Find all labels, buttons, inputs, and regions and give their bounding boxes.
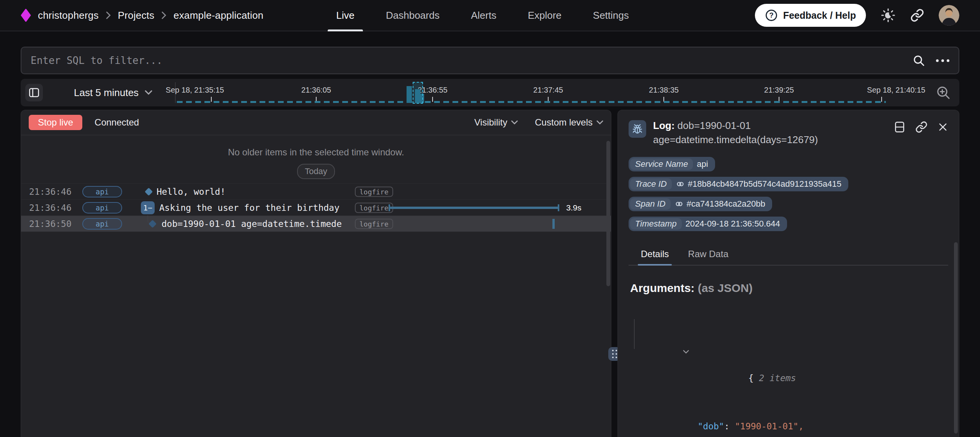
json-items-count: 2 items xyxy=(759,373,796,383)
timeline-bar: Last 5 minutes Sep 18, 21:35:15 21:36:05… xyxy=(21,79,959,106)
today-button[interactable]: Today xyxy=(297,164,335,179)
visibility-label: Visibility xyxy=(474,117,507,128)
scrollbar-thumb[interactable] xyxy=(606,141,610,286)
log-row-list: 21:36:46 api Hello, world! logfire 21:36… xyxy=(21,183,611,232)
close-panel-icon[interactable] xyxy=(938,122,948,132)
breadcrumb-separator-icon xyxy=(106,11,111,20)
main-nav: Live Dashboards Alerts Explore Settings xyxy=(336,0,629,31)
tab-dashboards[interactable]: Dashboards xyxy=(386,0,439,31)
breadcrumb-projects[interactable]: Projects xyxy=(118,10,155,21)
filter-more-options-icon[interactable] xyxy=(936,59,949,62)
scope-tag[interactable]: logfire xyxy=(355,218,393,229)
span-duration-label: 3.9s xyxy=(566,203,581,212)
tab-raw-data[interactable]: Raw Data xyxy=(687,246,729,265)
logfire-app: christophergs Projects example-applicati… xyxy=(0,0,980,437)
main-content: Stop live Connected Visibility Custom le… xyxy=(21,110,959,437)
live-view-panel: Stop live Connected Visibility Custom le… xyxy=(21,110,611,437)
breadcrumb-project[interactable]: example-application xyxy=(173,10,263,21)
search-icon[interactable] xyxy=(912,54,925,67)
json-viewer: {2 items "dob": "1990-01-01", "age": 109… xyxy=(630,302,948,437)
share-link-icon[interactable] xyxy=(910,8,924,22)
pill-value: api xyxy=(693,159,713,169)
breadcrumb-org[interactable]: christophergs xyxy=(38,10,99,21)
detail-title-prefix: Log: xyxy=(653,120,675,131)
tab-settings[interactable]: Settings xyxy=(593,0,629,31)
sidebar-toggle-button[interactable] xyxy=(25,84,43,101)
feedback-help-label: Feedback / Help xyxy=(783,10,856,21)
detail-header: Log: dob=1990-01-01 age=datetime.timedel… xyxy=(629,119,948,147)
arguments-heading-suffix: (as JSON) xyxy=(694,282,753,294)
json-guide-line xyxy=(634,319,635,349)
scrollbar-thumb[interactable] xyxy=(954,242,958,434)
pill-value: #18b84cb4847b5d574c4ad9121935a415 xyxy=(672,179,847,189)
log-row[interactable]: 21:36:46 api 1− Asking the user for thei… xyxy=(21,199,611,215)
timeline-zoom-in-icon[interactable] xyxy=(936,85,951,100)
svg-text:?: ? xyxy=(769,11,773,19)
log-message: Hello, world! xyxy=(157,187,225,197)
visibility-dropdown[interactable]: Visibility xyxy=(474,117,518,128)
top-bar: christophergs Projects example-applicati… xyxy=(0,0,980,31)
service-badge[interactable]: api xyxy=(82,218,122,230)
custom-levels-dropdown[interactable]: Custom levels xyxy=(535,117,603,128)
panel-layout-icon[interactable] xyxy=(894,121,905,133)
time-range-label: Last 5 minutes xyxy=(74,87,139,99)
pill-value: #ca741384ca2a20bb xyxy=(671,199,771,209)
pill-label: Span ID xyxy=(630,198,671,210)
tab-alerts[interactable]: Alerts xyxy=(471,0,496,31)
tick-label: Sep 18, 21:35:15 xyxy=(166,86,224,95)
log-row[interactable]: 21:36:46 api Hello, world! logfire xyxy=(21,183,611,199)
detail-title: Log: dob=1990-01-01 age=datetime.timedel… xyxy=(653,119,818,147)
pill-label: Timestamp xyxy=(630,218,682,230)
copy-link-icon[interactable] xyxy=(915,121,928,133)
service-badge[interactable]: api xyxy=(82,186,122,197)
scope-tag[interactable]: logfire xyxy=(355,202,393,213)
arguments-heading-main: Arguments: xyxy=(630,282,694,294)
panel-splitter xyxy=(611,110,617,437)
log-time: 21:36:46 xyxy=(29,187,72,197)
log-time: 21:36:46 xyxy=(29,203,72,213)
detail-panel: Log: dob=1990-01-01 age=datetime.timedel… xyxy=(617,110,959,437)
question-circle-icon: ? xyxy=(765,9,778,22)
span-id-pill[interactable]: Span ID #ca741384ca2a20bb xyxy=(629,197,772,211)
connection-status: Connected xyxy=(95,117,139,128)
pill-label: Service Name xyxy=(630,158,693,170)
arguments-heading: Arguments: (as JSON) xyxy=(630,282,948,295)
chevron-down-icon xyxy=(511,120,518,125)
stop-live-button[interactable]: Stop live xyxy=(29,115,82,130)
tab-live[interactable]: Live xyxy=(336,0,354,31)
live-panel-header: Stop live Connected Visibility Custom le… xyxy=(21,110,611,135)
logfire-logo-diamond-icon[interactable] xyxy=(21,9,31,22)
feedback-help-button[interactable]: ? Feedback / Help xyxy=(755,4,866,27)
tick-label: 21:38:35 xyxy=(649,86,679,95)
detail-title-line1: dob=1990-01-01 xyxy=(675,120,751,131)
log-level-diamond-icon xyxy=(145,188,153,196)
json-collapse-icon[interactable] xyxy=(683,318,746,386)
attribute-pills: Service Name api Trace ID #18b84cb4847b5… xyxy=(629,157,948,231)
log-message: dob=1990-01-01 age=datetime.timede xyxy=(162,219,342,229)
tab-explore[interactable]: Explore xyxy=(528,0,562,31)
tick-label: 21:36:05 xyxy=(301,86,331,95)
timeline-selection-box[interactable] xyxy=(413,82,423,104)
service-badge[interactable]: api xyxy=(82,202,122,214)
theme-toggle-icon[interactable] xyxy=(880,8,896,23)
tick-label: 21:39:25 xyxy=(764,86,794,95)
json-open-brace: { xyxy=(748,373,754,383)
trace-id-pill[interactable]: Trace ID #18b84cb4847b5d574c4ad9121935a4… xyxy=(629,177,848,191)
tab-details[interactable]: Details xyxy=(640,246,670,265)
chevron-down-icon xyxy=(145,90,152,95)
timeline-baseline xyxy=(177,101,886,103)
histogram-bar xyxy=(407,86,412,103)
json-key: "dob" xyxy=(697,421,724,431)
collapse-children-badge[interactable]: 1− xyxy=(141,201,155,214)
log-time: 21:36:50 xyxy=(29,219,72,229)
service-name-pill[interactable]: Service Name api xyxy=(629,157,715,171)
sql-filter-input[interactable] xyxy=(31,55,912,66)
empty-window-notice: No older items in the selected time wind… xyxy=(21,135,611,183)
detail-tabs: Details Raw Data xyxy=(629,246,948,266)
scope-tag[interactable]: logfire xyxy=(355,186,393,197)
time-range-selector[interactable]: Last 5 minutes xyxy=(74,87,152,99)
user-avatar[interactable] xyxy=(939,5,959,26)
timestamp-pill[interactable]: Timestamp 2024-09-18 21:36:50.644 xyxy=(629,217,787,231)
log-row-selected[interactable]: 21:36:50 api dob=1990-01-01 age=datetime… xyxy=(21,215,611,232)
link-icon xyxy=(676,179,685,189)
